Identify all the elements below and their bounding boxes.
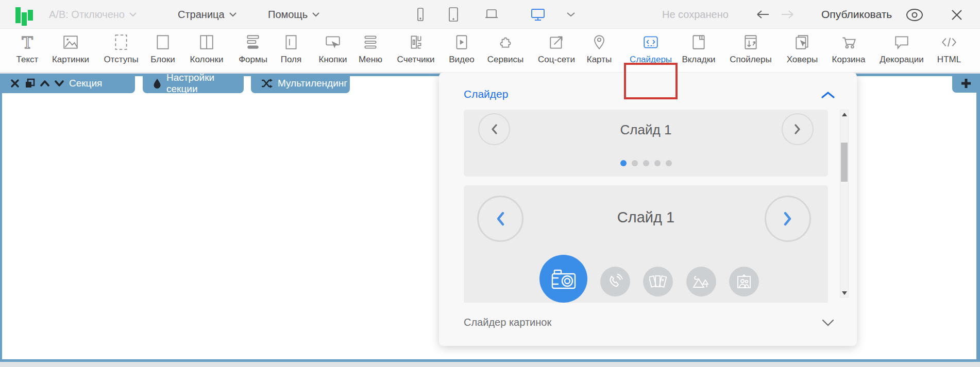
publish-button[interactable]: Опубликовать xyxy=(821,0,892,29)
elements-toolbar: T Текст Картинки Отступы Блоки Колонки Ф… xyxy=(0,29,980,73)
ab-test-menu[interactable]: A/B: Отключено xyxy=(49,0,137,29)
map-pin-icon xyxy=(590,33,609,51)
slider-previews-scroll-area: Слайд 1 Слайд 1 xyxy=(464,110,828,303)
add-section-button[interactable] xyxy=(952,74,980,93)
dot[interactable] xyxy=(632,160,638,166)
toolbar-item-spoilers[interactable]: Спойлеры xyxy=(725,33,776,65)
hover-icon xyxy=(793,33,812,51)
image-icon xyxy=(61,33,80,51)
dot[interactable] xyxy=(643,160,649,166)
plus-icon xyxy=(960,78,972,89)
toolbar-item-cart[interactable]: Корзина xyxy=(823,33,874,65)
toolbar-item-maps[interactable]: Карты xyxy=(573,33,625,65)
code-icon xyxy=(940,33,958,51)
section-tab: Секция xyxy=(0,74,135,93)
toolbar-item-services[interactable]: Сервисы xyxy=(480,33,531,65)
decoration-icon xyxy=(892,33,911,51)
slide-nav-phone[interactable] xyxy=(600,267,630,296)
chevron-right-icon xyxy=(783,211,793,226)
scroll-down-arrow[interactable] xyxy=(840,289,848,297)
next-arrow-button[interactable] xyxy=(782,113,814,145)
text-icon: T xyxy=(18,33,37,51)
delete-section-icon[interactable] xyxy=(10,79,20,88)
slide-nav-camping[interactable] xyxy=(686,267,716,296)
slider-dots xyxy=(464,160,828,166)
multilanding-button[interactable]: Мультилендинг xyxy=(251,74,350,93)
tablet-view-icon[interactable] xyxy=(445,6,462,23)
section-settings-label: Настройки секции xyxy=(166,72,233,95)
move-section-down-icon[interactable] xyxy=(55,80,64,87)
slide-nav-portrait[interactable] xyxy=(729,267,759,296)
laptop-view-icon[interactable] xyxy=(483,6,500,23)
toolbar-item-html[interactable]: HTML xyxy=(923,33,975,65)
toolbar-item-tabs[interactable]: Вкладки xyxy=(673,33,724,65)
toolbar-item-menu[interactable]: Меню xyxy=(345,33,396,65)
menu-icon xyxy=(361,33,380,51)
panel-section-title[interactable]: Слайдер xyxy=(464,88,508,100)
toolbar-item-sliders[interactable]: Слайдеры xyxy=(625,33,677,65)
slide-title: Слайд 1 xyxy=(464,122,828,138)
toolbar-item-decorations[interactable]: Декорации xyxy=(876,33,927,65)
mobile-view-icon[interactable] xyxy=(412,6,429,23)
expand-chevron-down-icon[interactable] xyxy=(821,319,835,327)
cart-icon xyxy=(839,33,858,51)
camping-icon xyxy=(692,274,711,289)
toolbar-item-columns[interactable]: Колонки xyxy=(181,33,232,65)
spacing-icon xyxy=(112,33,130,51)
undo-icon[interactable] xyxy=(755,9,771,20)
toolbar-item-counters[interactable]: Счетчики xyxy=(390,33,442,65)
section-tab-label: Секция xyxy=(69,78,102,89)
dot[interactable] xyxy=(654,160,661,166)
device-menu-chevron-icon[interactable] xyxy=(566,11,576,18)
chevron-down-icon xyxy=(312,12,320,17)
preview-eye-icon[interactable] xyxy=(905,8,924,22)
chevron-down-icon xyxy=(129,12,137,17)
app-logo[interactable] xyxy=(15,4,34,26)
form-icon xyxy=(244,33,262,51)
block-icon xyxy=(154,33,172,51)
help-menu[interactable]: Помощь xyxy=(268,0,320,29)
dot-active[interactable] xyxy=(620,160,627,166)
cards-icon xyxy=(649,273,667,290)
image-slider-group-row[interactable]: Слайдер картинок xyxy=(439,310,857,336)
image-slider-group-label: Слайдер картинок xyxy=(464,317,551,328)
editor-screen: A/B: Отключено Страница Помощь Не сохран… xyxy=(0,0,980,367)
sliders-dropdown-panel: Слайдер Слайд 1 xyxy=(439,73,857,346)
dot[interactable] xyxy=(666,160,672,166)
slide-nav-camera-active[interactable] xyxy=(539,255,587,303)
close-icon[interactable] xyxy=(951,9,963,21)
duplicate-section-icon[interactable] xyxy=(25,78,35,89)
panel-scrollbar[interactable] xyxy=(840,110,849,298)
toolbar-item-images[interactable]: Картинки xyxy=(45,33,96,65)
section-settings-button[interactable]: Настройки секции xyxy=(143,74,244,93)
multilanding-label: Мультилендинг xyxy=(278,78,347,89)
scrollbar-thumb[interactable] xyxy=(841,143,848,182)
slider-preview-simple[interactable]: Слайд 1 xyxy=(464,110,828,177)
chevron-right-icon xyxy=(793,124,802,135)
columns-icon xyxy=(197,33,216,51)
button-icon xyxy=(324,33,342,51)
portrait-icon xyxy=(736,273,752,290)
collapse-chevron-up-icon[interactable] xyxy=(820,90,836,100)
share-icon xyxy=(547,33,566,51)
shuffle-icon xyxy=(261,79,273,88)
save-status: Не сохранено xyxy=(662,0,729,29)
puzzle-icon xyxy=(496,33,515,51)
page-menu-label: Страница xyxy=(178,9,225,21)
top-bar: A/B: Отключено Страница Помощь Не сохран… xyxy=(0,0,980,29)
chevron-down-icon xyxy=(229,12,237,17)
move-section-up-icon[interactable] xyxy=(40,80,49,87)
counter-icon xyxy=(407,33,425,51)
phone-icon xyxy=(607,273,623,290)
next-arrow-button[interactable] xyxy=(765,196,811,242)
video-icon xyxy=(452,33,471,51)
svg-text:T: T xyxy=(22,33,32,51)
slide-nav-cards[interactable] xyxy=(643,267,673,296)
scroll-up-arrow[interactable] xyxy=(840,110,848,118)
tabs-icon xyxy=(689,33,708,51)
toolbar-item-hovers[interactable]: Ховеры xyxy=(776,33,828,65)
desktop-view-icon[interactable] xyxy=(530,6,546,23)
page-menu[interactable]: Страница xyxy=(178,0,237,29)
slider-preview-icons[interactable]: Слайд 1 xyxy=(464,185,828,303)
redo-icon[interactable] xyxy=(780,9,795,20)
